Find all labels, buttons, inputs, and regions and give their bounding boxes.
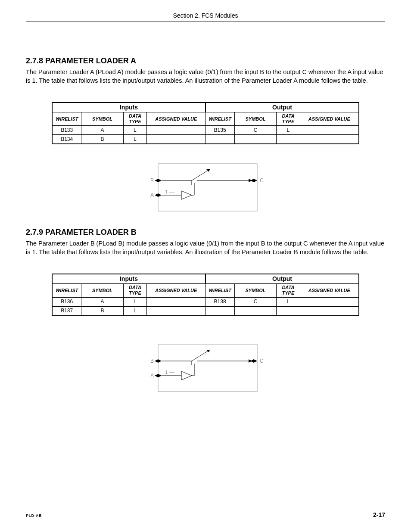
col-wirelist-in: WIRELIST: [52, 284, 81, 297]
col-symbol-out: SYMBOL: [234, 284, 276, 297]
table-row: B137 B L: [52, 306, 359, 316]
footer-doc-code: PLD-AB: [26, 513, 42, 518]
svg-marker-5: [206, 169, 210, 172]
table-group-output: Output: [206, 274, 359, 283]
diagram-label-c: C: [260, 177, 264, 184]
cell: [277, 135, 300, 144]
cell: L: [277, 297, 300, 306]
diagram-label-one: 1: [165, 189, 168, 194]
io-table-279: Inputs Output WIRELIST SYMBOL DATA TYPE …: [52, 274, 359, 316]
svg-line-19: [192, 350, 210, 361]
col-symbol-out: SYMBOL: [234, 112, 276, 125]
svg-marker-9: [155, 193, 162, 197]
diagram-label-c: C: [260, 358, 264, 364]
col-assigned-in: ASSIGNED VALUE: [147, 112, 206, 125]
section-body-279: The Parameter Loader B (PLoad B) module …: [26, 240, 385, 256]
cell: [147, 126, 206, 135]
col-assigned-out: ASSIGNED VALUE: [300, 112, 359, 125]
svg-marker-24: [155, 374, 162, 377]
cell: B: [81, 135, 123, 144]
cell: [147, 306, 206, 316]
col-wirelist-out: WIRELIST: [206, 284, 234, 297]
cell: A: [81, 126, 123, 135]
cell: L: [277, 126, 300, 135]
section-body-278: The Parameter Loader A (PLoad A) module …: [26, 68, 385, 85]
io-table-278: Inputs Output WIRELIST SYMBOL DATA TYPE …: [52, 102, 359, 144]
cell: [300, 306, 359, 316]
section-heading-279: 2.7.9 PARAMETER LOADER B: [26, 228, 385, 237]
cell: C: [234, 297, 276, 306]
col-wirelist-out: WIRELIST: [206, 112, 234, 125]
table-row: B134 B L: [52, 135, 359, 144]
cell: L: [123, 135, 146, 144]
cell: L: [123, 306, 146, 316]
col-datatype-out: DATA TYPE: [277, 284, 300, 297]
cell: [234, 306, 276, 316]
cell: B133: [52, 126, 81, 135]
cell: [234, 135, 276, 144]
table-row: B133 A L B135 C L: [52, 126, 359, 135]
col-datatype-in: DATA TYPE: [123, 112, 146, 125]
diagram-label-a: A: [150, 192, 154, 198]
svg-marker-20: [206, 350, 210, 352]
table-group-output: Output: [206, 103, 359, 112]
page-header: Section 2. FCS Modules: [26, 12, 385, 22]
col-datatype-in: DATA TYPE: [123, 284, 146, 297]
cell: B: [81, 306, 123, 316]
cell: [147, 297, 206, 306]
cell: C: [234, 126, 276, 135]
col-datatype-out: DATA TYPE: [277, 112, 300, 125]
diagram-label-one: 1: [165, 370, 168, 375]
cell: B135: [206, 126, 234, 135]
svg-marker-12: [181, 191, 192, 199]
svg-marker-1: [155, 179, 162, 182]
svg-marker-27: [181, 371, 192, 380]
cell: B136: [52, 297, 81, 306]
col-assigned-out: ASSIGNED VALUE: [300, 284, 359, 297]
col-symbol-in: SYMBOL: [81, 284, 123, 297]
cell: B138: [206, 297, 234, 306]
cell: [300, 135, 359, 144]
col-assigned-in: ASSIGNED VALUE: [147, 284, 206, 297]
cell: [277, 306, 300, 316]
cell: [206, 135, 234, 144]
module-diagram-278: B C A 1: [141, 162, 270, 213]
table-group-inputs: Inputs: [52, 103, 206, 112]
cell: [300, 297, 359, 306]
cell: [147, 135, 206, 144]
footer-page-number: 2-17: [373, 511, 385, 518]
cell: A: [81, 297, 123, 306]
module-diagram-279: B C A 1: [141, 342, 270, 394]
diagram-label-b: B: [150, 177, 154, 184]
svg-marker-8: [250, 179, 257, 182]
cell: B134: [52, 135, 81, 144]
cell: L: [123, 297, 146, 306]
cell: [300, 126, 359, 135]
col-symbol-in: SYMBOL: [81, 112, 123, 125]
diagram-label-a: A: [150, 373, 154, 379]
svg-marker-23: [250, 359, 257, 363]
svg-marker-16: [155, 359, 162, 363]
table-group-inputs: Inputs: [52, 274, 206, 283]
svg-line-4: [192, 169, 210, 180]
table-row: B136 A L B138 C L: [52, 297, 359, 306]
diagram-label-b: B: [150, 358, 154, 364]
cell: B137: [52, 306, 81, 316]
cell: L: [123, 126, 146, 135]
cell: [206, 306, 234, 316]
section-heading-278: 2.7.8 PARAMETER LOADER A: [26, 56, 385, 65]
col-wirelist-in: WIRELIST: [52, 112, 81, 125]
